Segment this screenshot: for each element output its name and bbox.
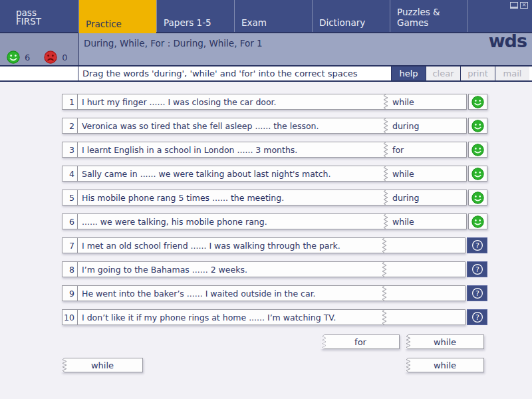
- question-row: 9 He went into the baker’s ...... I wait…: [62, 285, 487, 301]
- torn-edge-icon: [381, 261, 388, 277]
- tab-papers-1-5[interactable]: Papers 1-5: [156, 0, 234, 32]
- close-icon[interactable]: ✕: [520, 2, 528, 9]
- smiley-icon: [471, 96, 484, 108]
- title-band: 6 0 During, While, For : During, While, …: [0, 33, 532, 66]
- correct-smiley-icon: [7, 51, 20, 64]
- clear-button[interactable]: clear: [426, 66, 460, 80]
- correct-indicator: [468, 142, 487, 158]
- answer-drop-slot[interactable]: [384, 309, 466, 325]
- nav-tabs: Practice Papers 1-5 Exam Dictionary Puzz…: [78, 0, 467, 33]
- smiley-icon: [471, 168, 484, 180]
- answer-drop-slot[interactable]: during: [386, 190, 467, 205]
- question-number: 5: [62, 190, 78, 205]
- smiley-icon: [471, 215, 484, 228]
- question-row: 6 ...... we were talking, his mobile pho…: [62, 213, 487, 229]
- instruction-bar: Drag the words 'during', 'while' and 'fo…: [0, 66, 532, 82]
- exercise-title: During, While, For : During, While, For …: [84, 38, 263, 49]
- smiley-icon: [471, 144, 484, 156]
- top-nav-bar: pass FIRST Practice Papers 1-5 Exam Dict…: [0, 0, 532, 33]
- question-number: 10: [62, 309, 78, 325]
- question-mark-icon: ?: [471, 287, 484, 300]
- question-mark-icon: ?: [471, 263, 484, 276]
- torn-edge-icon: [382, 142, 390, 158]
- question-sentence: I hurt my finger ...... I was closing th…: [78, 94, 386, 110]
- torn-edge-icon: [382, 190, 390, 205]
- word-tile-while-2[interactable]: while: [62, 358, 143, 372]
- answer-word: while: [392, 169, 414, 179]
- svg-text:?: ?: [475, 289, 479, 298]
- question-number: 9: [62, 285, 78, 301]
- correct-count: 6: [25, 53, 30, 63]
- help-button[interactable]: help: [391, 66, 426, 80]
- question-sentence: I met an old school friend ...... I was …: [78, 237, 384, 253]
- answer-drop-slot[interactable]: for: [386, 142, 467, 158]
- answer-drop-slot[interactable]: [384, 285, 466, 301]
- answer-drop-slot[interactable]: [384, 261, 466, 277]
- question-number: 2: [62, 118, 78, 134]
- tab-practice[interactable]: Practice: [78, 0, 156, 33]
- answer-word: while: [392, 217, 414, 227]
- answer-drop-slot[interactable]: while: [386, 166, 467, 182]
- tab-puzzles-and-games[interactable]: Puzzles & Games: [390, 0, 467, 32]
- question-row: 3 I learnt English in a school in London…: [62, 142, 487, 158]
- answer-drop-slot[interactable]: during: [386, 118, 467, 134]
- correct-indicator: [468, 213, 487, 229]
- tab-dictionary[interactable]: Dictionary: [312, 0, 390, 32]
- question-sentence: I don’t like it if my phone rings at hom…: [78, 309, 384, 325]
- word-tile-label: while: [434, 360, 456, 370]
- answer-drop-slot[interactable]: while: [386, 94, 467, 110]
- word-tile-while-1[interactable]: while: [406, 334, 484, 349]
- app-brand: pass FIRST: [16, 9, 41, 26]
- question-row: 1 I hurt my finger ...... I was closing …: [62, 94, 487, 110]
- mail-button[interactable]: mail: [495, 66, 529, 80]
- correct-indicator: [468, 94, 487, 110]
- question-row: 2 Veronica was so tired that she fell as…: [62, 118, 487, 134]
- question-number: 3: [62, 142, 78, 158]
- instruction-left-cell: [0, 66, 78, 80]
- question-sentence: ...... we were talking, his mobile phone…: [78, 213, 386, 229]
- question-mark-icon: ?: [471, 311, 484, 324]
- answer-drop-slot[interactable]: [384, 237, 466, 253]
- minimize-icon[interactable]: [510, 2, 518, 9]
- question-list: 1 I hurt my finger ...... I was closing …: [62, 94, 487, 333]
- answer-word: for: [392, 145, 404, 155]
- word-tile-label: for: [354, 337, 366, 347]
- print-button[interactable]: print: [460, 66, 495, 80]
- tab-exam[interactable]: Exam: [234, 0, 312, 32]
- check-answer-button[interactable]: ?: [467, 261, 487, 277]
- incorrect-count: 0: [62, 53, 67, 63]
- word-tile-for[interactable]: for: [321, 334, 400, 349]
- question-number: 1: [62, 94, 78, 110]
- check-answer-button[interactable]: ?: [467, 309, 487, 325]
- torn-edge-icon: [382, 166, 390, 182]
- correct-indicator: [468, 190, 487, 205]
- wds-logo: wds: [489, 31, 527, 51]
- answer-word: while: [392, 97, 414, 107]
- question-row: 8 I’m going to the Bahamas ...... 2 week…: [62, 261, 487, 277]
- svg-text:?: ?: [475, 241, 479, 250]
- question-row: 10 I don’t like it if my phone rings at …: [62, 309, 487, 325]
- check-answer-button[interactable]: ?: [467, 237, 487, 253]
- question-number: 7: [62, 237, 78, 253]
- question-sentence: His mobile phone rang 5 times ...... the…: [78, 190, 386, 205]
- brand-line2: FIRST: [16, 17, 41, 26]
- torn-edge-icon: [405, 334, 412, 349]
- torn-edge-icon: [382, 213, 390, 229]
- question-row: 4 Sally came in ...... we were talking a…: [62, 166, 487, 182]
- question-sentence: Veronica was so tired that she fell asle…: [78, 118, 386, 134]
- answer-word: during: [392, 121, 419, 131]
- check-answer-button[interactable]: ?: [467, 285, 487, 301]
- answer-word: during: [392, 193, 419, 203]
- torn-edge-icon: [381, 285, 388, 301]
- question-number: 4: [62, 166, 78, 182]
- answer-drop-slot[interactable]: while: [386, 213, 467, 229]
- torn-edge-icon: [382, 94, 390, 110]
- word-tile-while-3[interactable]: while: [406, 358, 484, 372]
- torn-edge-icon: [381, 309, 388, 325]
- score-panel: 6 0: [0, 33, 79, 65]
- torn-edge-icon: [321, 334, 328, 349]
- question-number: 6: [62, 213, 78, 229]
- question-sentence: I’m going to the Bahamas ...... 2 weeks.: [78, 261, 384, 277]
- word-tile-label: while: [434, 337, 456, 347]
- toolbar: help clear print mail: [391, 66, 529, 80]
